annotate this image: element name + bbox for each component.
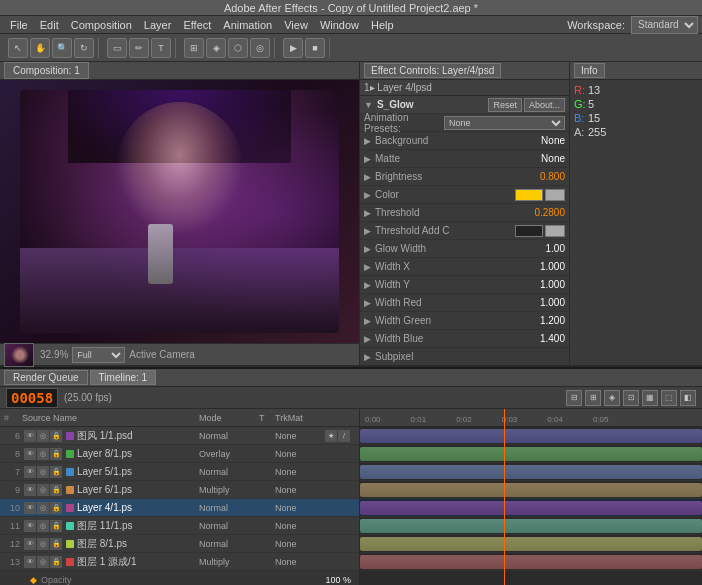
param-threshold[interactable]: ▶ Threshold 0.2800 xyxy=(360,204,569,222)
layer-lock-icon[interactable]: 🔒 xyxy=(50,430,62,442)
layer-slash-icon[interactable]: / xyxy=(338,430,350,442)
play-btn[interactable]: ▶ xyxy=(283,38,303,58)
param-width-blue[interactable]: ▶ Width Blue 1.400 xyxy=(360,330,569,348)
comp-tab[interactable]: Composition: 1 xyxy=(4,62,89,79)
frame-counter: 00058 xyxy=(6,388,58,408)
rect-tool[interactable]: ▭ xyxy=(107,38,127,58)
param-width-green[interactable]: ▶ Width Green 1.200 xyxy=(360,312,569,330)
col-header-t: T xyxy=(259,413,275,423)
opacity-value: 100 % xyxy=(325,575,351,585)
render-queue-tab[interactable]: Render Queue xyxy=(4,370,88,385)
b-label: B: xyxy=(574,112,588,124)
menu-edit[interactable]: Edit xyxy=(34,19,65,31)
tl-icon-3[interactable]: ◈ xyxy=(604,390,620,406)
menu-effect[interactable]: Effect xyxy=(177,19,217,31)
layer-row[interactable]: 9 👁 ◎ 🔒 Layer 6/1.ps Multiply None xyxy=(0,481,359,499)
comp-panel-header: Composition: 1 xyxy=(0,62,359,80)
param-matte: ▶ Matte None xyxy=(360,150,569,168)
layer-row-selected[interactable]: 10 👁 ◎ 🔒 Layer 4/1.ps Normal None xyxy=(0,499,359,517)
quality-select[interactable]: FullHalfQuarter xyxy=(72,347,125,363)
about-button[interactable]: About... xyxy=(524,98,565,112)
layer-color xyxy=(66,450,74,458)
stop-btn[interactable]: ■ xyxy=(305,38,325,58)
layer-color xyxy=(66,468,74,476)
rotate-tool[interactable]: ↻ xyxy=(74,38,94,58)
selection-tool[interactable]: ↖ xyxy=(8,38,28,58)
presets-select[interactable]: None xyxy=(444,116,565,130)
misc-tool-1[interactable]: ⊞ xyxy=(184,38,204,58)
menu-layer[interactable]: Layer xyxy=(138,19,178,31)
comp-canvas[interactable] xyxy=(0,80,359,343)
param-brightness[interactable]: ▶ Brightness 0.800 xyxy=(360,168,569,186)
menu-animation[interactable]: Animation xyxy=(217,19,278,31)
tl-icon-6[interactable]: ⬚ xyxy=(661,390,677,406)
pen-tool[interactable]: ✏ xyxy=(129,38,149,58)
effects-content: ▼ S_Glow Reset About... Animation Preset… xyxy=(360,96,569,365)
thresh-swatch[interactable] xyxy=(515,225,543,237)
menu-help[interactable]: Help xyxy=(365,19,400,31)
track-bar xyxy=(360,555,702,569)
param-width-y[interactable]: ▶ Width Y 1.000 xyxy=(360,276,569,294)
layer-star-icon[interactable]: ★ xyxy=(325,430,337,442)
col-header-num: # xyxy=(4,413,22,423)
track-bar xyxy=(360,537,702,551)
track-bar xyxy=(360,447,702,461)
param-color[interactable]: ▶ Color xyxy=(360,186,569,204)
layer-name: 图风 1/1.psd xyxy=(77,429,199,443)
info-tab[interactable]: Info xyxy=(574,63,605,78)
bottom-section: Render Queue Timeline: 1 00058 (25.00 fp… xyxy=(0,367,702,585)
track-row xyxy=(360,481,702,499)
layer-row[interactable]: 7 👁 ◎ 🔒 Layer 5/1.ps Normal None xyxy=(0,463,359,481)
misc-tool-2[interactable]: ◈ xyxy=(206,38,226,58)
menu-window[interactable]: Window xyxy=(314,19,365,31)
tl-icon-4[interactable]: ⊡ xyxy=(623,390,639,406)
app-title: Adobe After Effects - Copy of Untitled P… xyxy=(224,2,478,14)
text-tool[interactable]: T xyxy=(151,38,171,58)
zoom-tool[interactable]: 🔍 xyxy=(52,38,72,58)
hand-tool[interactable]: ✋ xyxy=(30,38,50,58)
timeline-icons: ⊟ ⊞ ◈ ⊡ ▦ ⬚ ◧ xyxy=(566,390,696,406)
layer-color xyxy=(66,432,74,440)
param-width-x[interactable]: ▶ Width X 1.000 xyxy=(360,258,569,276)
param-glow-width[interactable]: ▶ Glow Width 1.00 xyxy=(360,240,569,258)
track-bar xyxy=(360,501,702,515)
info-b-row: B: 15 xyxy=(574,112,698,124)
tl-icon-1[interactable]: ⊟ xyxy=(566,390,582,406)
menu-view[interactable]: View xyxy=(278,19,314,31)
tl-icon-5[interactable]: ▦ xyxy=(642,390,658,406)
color-swatch[interactable] xyxy=(515,189,543,201)
track-ruler: 0:000:010:020:030:040:05 xyxy=(360,409,702,427)
layer-trkmat: None xyxy=(275,431,325,441)
timeline-tab[interactable]: Timeline: 1 xyxy=(90,370,157,385)
menubar: File Edit Composition Layer Effect Anima… xyxy=(0,16,702,34)
color-swatch2[interactable] xyxy=(545,189,565,201)
layer-eye-icon[interactable]: 👁 xyxy=(24,430,36,442)
fps-label: (25.00 fps) xyxy=(64,392,112,403)
misc-tool-4[interactable]: ◎ xyxy=(250,38,270,58)
layer-row[interactable]: 6 👁 ◎ 🔒 图风 1/1.psd Normal None ★ / xyxy=(0,427,359,445)
misc-tool-3[interactable]: ⬡ xyxy=(228,38,248,58)
tl-icon-7[interactable]: ◧ xyxy=(680,390,696,406)
layer-extra-icons: ★ / xyxy=(325,430,355,442)
layer-row[interactable]: 13 👁 ◎ 🔒 图层 1 源成/1 Multiply None xyxy=(0,553,359,571)
workspace-select[interactable]: Standard xyxy=(631,16,698,34)
layer-row[interactable]: 12 👁 ◎ 🔒 图层 8/1.ps Normal None xyxy=(0,535,359,553)
layer-list: # Source Name Mode T TrkMat 6 👁 ◎ 🔒 图风 1… xyxy=(0,409,360,585)
composition-preview xyxy=(20,90,339,333)
layer-row[interactable]: 11 👁 ◎ 🔒 图层 11/1.ps Normal None xyxy=(0,517,359,535)
timeline-tabs: Render Queue Timeline: 1 xyxy=(0,369,702,387)
track-row xyxy=(360,463,702,481)
menu-composition[interactable]: Composition xyxy=(65,19,138,31)
tl-icon-2[interactable]: ⊞ xyxy=(585,390,601,406)
param-width-red[interactable]: ▶ Width Red 1.000 xyxy=(360,294,569,312)
reset-button[interactable]: Reset xyxy=(488,98,522,112)
layer-solo-icon[interactable]: ◎ xyxy=(37,430,49,442)
menu-file[interactable]: File xyxy=(4,19,34,31)
layer-row[interactable]: 8 👁 ◎ 🔒 Layer 8/1.ps Overlay None xyxy=(0,445,359,463)
col-header-name: Source Name xyxy=(22,413,199,423)
param-threshold-add[interactable]: ▶ Threshold Add C xyxy=(360,222,569,240)
toolbar: ↖ ✋ 🔍 ↻ ▭ ✏ T ⊞ ◈ ⬡ ◎ ▶ ■ xyxy=(0,34,702,62)
effects-tab[interactable]: Effect Controls: Layer/4/psd xyxy=(364,63,501,78)
effect-name: S_Glow xyxy=(377,99,487,110)
thresh-swatch2[interactable] xyxy=(545,225,565,237)
